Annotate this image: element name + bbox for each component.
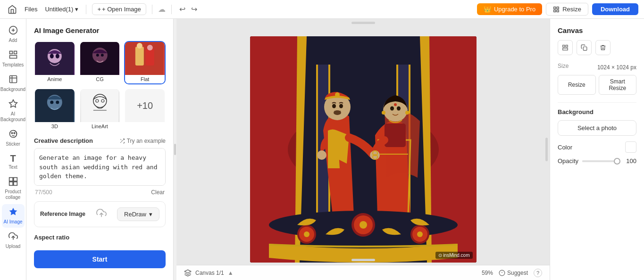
svg-rect-90 xyxy=(563,48,568,50)
opacity-label: Opacity xyxy=(558,157,578,165)
zoom-level: 59% xyxy=(482,270,493,276)
svg-rect-0 xyxy=(554,7,556,8)
upload-icon xyxy=(8,231,18,242)
files-menu[interactable]: Files xyxy=(23,6,39,13)
canvas-delete-icon[interactable] xyxy=(595,40,611,55)
svg-line-46 xyxy=(120,139,122,140)
scroll-handle-right xyxy=(545,138,548,161)
resize-button[interactable]: Resize xyxy=(546,3,588,16)
flat-label: Flat xyxy=(125,75,165,83)
style-anime[interactable]: Anime xyxy=(34,41,75,84)
product-collage-icon xyxy=(8,177,18,188)
smart-resize-button[interactable]: Smart Resize xyxy=(599,75,637,95)
try-example-button[interactable]: Try an example xyxy=(119,138,166,144)
sidebar-item-background[interactable]: Background xyxy=(2,72,25,95)
topbar: Files Untitled(1) ▾ + + Open Image ☁ ↩ ↪… xyxy=(0,0,644,19)
panel-title: AI Image Generator xyxy=(34,26,166,34)
opacity-thumb[interactable] xyxy=(614,158,620,165)
creative-desc-title: Creative description xyxy=(34,137,93,144)
upgrade-button[interactable]: 👑 Upgrade to Pro xyxy=(477,3,542,15)
redo-button[interactable]: ↪ xyxy=(189,3,199,16)
sidebar-item-sticker[interactable]: Sticker xyxy=(2,126,25,150)
svg-rect-32 xyxy=(135,47,144,66)
sidebar-item-ai-image[interactable]: AI Image xyxy=(2,204,25,228)
style-3d[interactable]: 3D xyxy=(34,88,75,132)
color-label: Color xyxy=(558,144,572,151)
canvas-copy-icon[interactable] xyxy=(577,40,592,55)
resize-size-button[interactable]: Resize xyxy=(558,75,596,95)
shuffle-icon xyxy=(119,138,125,144)
sidebar-item-upload[interactable]: Upload xyxy=(2,229,25,252)
svg-point-25 xyxy=(50,54,54,58)
home-button[interactable] xyxy=(6,3,19,16)
creative-description-input[interactable]: Generate an image for a heavy south asia… xyxy=(34,148,166,186)
suggest-icon xyxy=(499,270,505,276)
char-count: 77/500 xyxy=(35,189,52,196)
opacity-row: Opacity 100 xyxy=(558,157,636,165)
size-value: 1024 × 1024 px xyxy=(597,64,636,71)
suggest-button[interactable]: Suggest xyxy=(499,270,528,276)
canvas-area: ⊙ insMind.com ⊙ insMind.com Canvas 1/1 ▲… xyxy=(176,19,550,280)
svg-rect-17 xyxy=(9,178,13,181)
svg-rect-62 xyxy=(385,124,406,147)
svg-point-57 xyxy=(339,104,343,108)
svg-point-38 xyxy=(50,101,53,104)
lineart-thumb xyxy=(80,89,120,122)
svg-rect-51 xyxy=(316,65,318,234)
style-lineart[interactable]: LineArt xyxy=(79,88,121,132)
svg-marker-21 xyxy=(9,208,17,215)
sidebar-item-templates[interactable]: Templates xyxy=(2,47,25,71)
select-photo-button[interactable]: Select a photo xyxy=(558,120,636,136)
text-label: Text xyxy=(8,165,17,170)
open-image-button[interactable]: + + Open Image xyxy=(92,3,146,15)
style-cg[interactable]: CG xyxy=(79,41,121,84)
creative-desc-header: Creative description Try an example xyxy=(34,137,166,144)
ai-background-label: AIBackground xyxy=(0,111,25,123)
help-button[interactable]: ? xyxy=(534,269,542,277)
scroll-indicator-bottom xyxy=(351,259,375,261)
clear-button[interactable]: Clear xyxy=(151,189,165,196)
reference-image-section: Reference Image ReDraw ▾ xyxy=(34,201,166,227)
aspect-ratio-title: Aspect ratio xyxy=(34,234,166,241)
sidebar-item-product-collage[interactable]: Productcollage xyxy=(2,174,25,203)
sidebar-item-add[interactable]: Add xyxy=(2,23,25,46)
svg-marker-84 xyxy=(184,270,191,273)
canvas-image-container[interactable]: ⊙ insMind.com ⊙ insMind.com xyxy=(250,36,477,263)
sidebar-item-text[interactable]: T Text xyxy=(2,151,25,173)
svg-point-75 xyxy=(360,221,367,229)
style-more[interactable]: +10 xyxy=(124,88,166,132)
size-row: Size 1024 × 1024 px xyxy=(558,63,636,72)
sidebar-item-ai-background[interactable]: AIBackground xyxy=(2,96,25,125)
opacity-slider[interactable] xyxy=(582,160,619,162)
color-swatch[interactable] xyxy=(625,141,636,153)
reference-upload-button[interactable] xyxy=(96,208,107,221)
svg-rect-91 xyxy=(583,47,587,50)
reference-label: Reference Image xyxy=(40,211,85,217)
chevron-down-icon: ▾ xyxy=(149,211,152,218)
download-button[interactable]: Download xyxy=(592,3,638,15)
layers-icon xyxy=(184,269,192,277)
reference-left: Reference Image xyxy=(40,211,85,218)
canvas-action-buttons xyxy=(558,40,636,55)
undo-button[interactable]: ↩ xyxy=(177,3,187,16)
templates-icon xyxy=(8,50,18,61)
svg-rect-7 xyxy=(9,51,12,54)
icon-bar: Add Templates Background AIBackground St… xyxy=(0,19,26,280)
size-label: Size xyxy=(558,63,569,69)
style-grid: Anime CG Flat 3D xyxy=(34,41,166,132)
svg-point-16 xyxy=(14,132,15,134)
canvas-layout-icon[interactable] xyxy=(558,40,573,55)
redraw-button[interactable]: ReDraw ▾ xyxy=(117,207,159,221)
sticker-label: Sticker xyxy=(6,141,20,147)
canvas-chevron-icon[interactable]: ▲ xyxy=(228,270,234,276)
resize-handle-dot xyxy=(174,144,176,155)
svg-rect-20 xyxy=(13,182,17,186)
style-flat[interactable]: Flat xyxy=(124,41,166,84)
start-button[interactable]: Start xyxy=(34,250,166,268)
main-layout: Add Templates Background AIBackground St… xyxy=(0,19,644,280)
add-label: Add xyxy=(9,38,17,43)
svg-point-30 xyxy=(100,54,103,57)
canvas-properties-title: Canvas xyxy=(558,26,636,34)
svg-point-15 xyxy=(11,132,13,134)
document-title[interactable]: Untitled(1) ▾ xyxy=(43,6,80,13)
